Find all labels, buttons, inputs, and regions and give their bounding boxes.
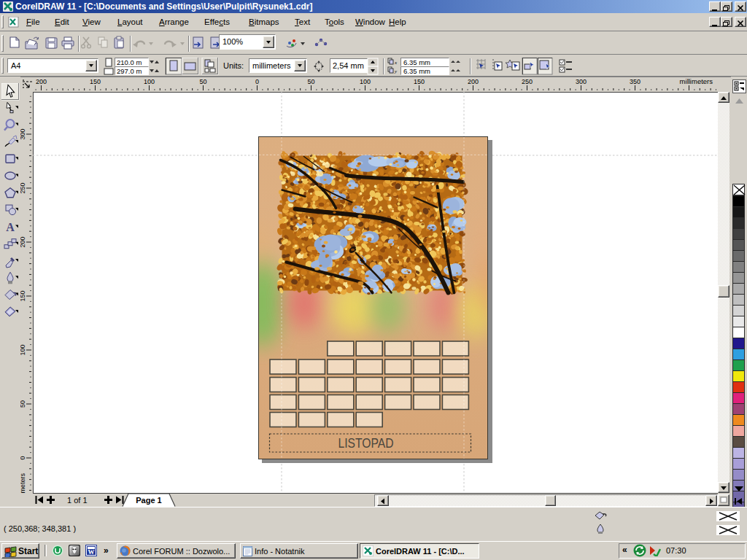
- svg-text:50: 50: [199, 78, 206, 85]
- svg-text:100: 100: [20, 344, 26, 355]
- svg-text:50: 50: [20, 400, 26, 408]
- svg-text:A: A: [6, 221, 15, 233]
- svg-text:millimeters: millimeters: [680, 77, 713, 85]
- svg-text:x: x: [394, 60, 398, 66]
- svg-text:50: 50: [307, 78, 314, 85]
- svg-text:150: 150: [90, 78, 101, 85]
- svg-text:millimeters: millimeters: [20, 472, 26, 493]
- svg-text:350: 350: [630, 78, 640, 85]
- svg-text:200: 200: [20, 236, 26, 247]
- svg-text:200: 200: [468, 78, 479, 85]
- svg-text:150: 150: [414, 78, 425, 85]
- svg-text:250: 250: [522, 78, 533, 85]
- svg-text:150: 150: [20, 290, 26, 301]
- svg-text:0: 0: [20, 456, 26, 459]
- svg-text:W: W: [88, 548, 95, 556]
- svg-text:100: 100: [144, 78, 155, 85]
- svg-text:100: 100: [360, 78, 371, 85]
- svg-text:Page 1: Page 1: [136, 496, 161, 505]
- svg-text:300: 300: [20, 128, 26, 139]
- svg-text:y: y: [394, 69, 398, 74]
- svg-text:300: 300: [576, 78, 587, 85]
- svg-text:LISTOPAD: LISTOPAD: [338, 435, 394, 451]
- svg-text:0: 0: [255, 78, 259, 85]
- svg-text:250: 250: [20, 182, 26, 193]
- svg-text:200: 200: [36, 78, 47, 85]
